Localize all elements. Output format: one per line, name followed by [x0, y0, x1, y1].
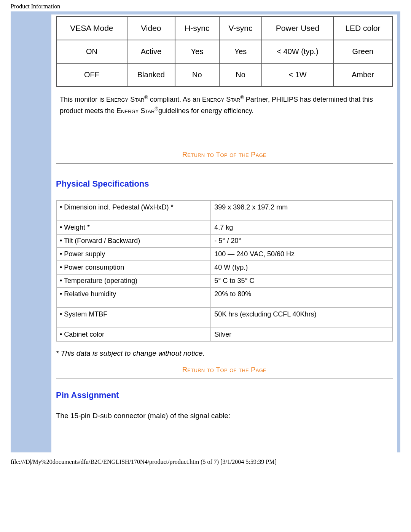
cell: No — [219, 63, 262, 86]
table-row: • Relative humidity20% to 80% — [56, 288, 392, 308]
cell: Active — [127, 40, 175, 63]
cell: Green — [333, 40, 392, 63]
spec-label: • Relative humidity — [56, 288, 211, 308]
pin-assignment-heading: Pin Assignment — [56, 390, 393, 400]
cell: < 40W (typ.) — [262, 40, 333, 63]
spec-value: 5° C to 35° C — [211, 274, 392, 288]
table-row: ON Active Yes Yes < 40W (typ.) Green — [56, 40, 392, 63]
table-row: • Tilt (Forward / Backward)- 5° / 20° — [56, 234, 392, 248]
physical-specifications-heading: Physical Specifications — [56, 179, 393, 189]
cell: Blanked — [127, 63, 175, 86]
energy-star-mark: Energy Star — [202, 96, 240, 103]
cell: Yes — [175, 40, 219, 63]
return-to-top-link[interactable]: Return to Top of the Page — [56, 151, 393, 159]
spec-label: • Dimension incl. Pedestal (WxHxD) * — [56, 201, 211, 221]
spec-footnote: * This data is subject to change without… — [56, 349, 393, 358]
text: This monitor is — [60, 96, 106, 103]
pin-assignment-text: The 15-pin D-sub connector (male) of the… — [56, 412, 393, 420]
physical-spec-table: • Dimension incl. Pedestal (WxHxD) *399 … — [56, 200, 393, 342]
spec-label: • Cabinet color — [56, 328, 211, 341]
table-row: • System MTBF50K hrs (excluding CCFL 40K… — [56, 308, 392, 328]
col-hsync: H-sync — [175, 16, 219, 40]
table-row: OFF Blanked No No < 1W Amber — [56, 63, 392, 86]
cell: OFF — [56, 63, 127, 86]
energy-star-mark: Energy Star — [106, 96, 144, 103]
text: guidelines for energy efficiency. — [158, 107, 253, 115]
spec-value: 399 x 398.2 x 197.2 mm — [211, 201, 392, 221]
spec-label: • Tilt (Forward / Backward) — [56, 234, 211, 248]
table-row: • Dimension incl. Pedestal (WxHxD) *399 … — [56, 201, 392, 221]
cell: ON — [56, 40, 127, 63]
table-row: • Weight *4.7 kg — [56, 221, 392, 234]
return-to-top-link[interactable]: Return to Top of the Page — [56, 366, 393, 374]
table-row: • Power supply100 — 240 VAC, 50/60 Hz — [56, 248, 392, 261]
page-footer: file:///D|/My%20documents/dfu/B2C/ENGLIS… — [0, 452, 411, 469]
section-divider — [56, 379, 393, 379]
col-vsync: V-sync — [219, 16, 262, 40]
content-body: VESA Mode Video H-sync V-sync Power Used… — [51, 14, 397, 452]
spec-label: • System MTBF — [56, 308, 211, 328]
table-row: • Power consumption40 W (typ.) — [56, 261, 392, 274]
col-video: Video — [127, 16, 175, 40]
energy-star-statement: This monitor is Energy Star® compliant. … — [60, 94, 389, 117]
power-mode-table: VESA Mode Video H-sync V-sync Power Used… — [56, 16, 393, 87]
spec-value: Silver — [211, 328, 392, 341]
spec-value: 4.7 kg — [211, 221, 392, 234]
text: compliant. As an — [148, 96, 202, 103]
section-divider — [56, 163, 393, 164]
registered-mark: ® — [144, 94, 148, 100]
spec-value: 20% to 80% — [211, 288, 392, 308]
power-mode-table-wrap: VESA Mode Video H-sync V-sync Power Used… — [56, 14, 393, 87]
table-row: • Temperature (operating)5° C to 35° C — [56, 274, 392, 288]
spec-value: 50K hrs (excluding CCFL 40Khrs) — [211, 308, 392, 328]
spec-label: • Power supply — [56, 248, 211, 261]
col-power: Power Used — [262, 16, 333, 40]
col-led: LED color — [333, 16, 392, 40]
energy-star-mark: Energy Star — [116, 107, 155, 115]
spec-label: • Temperature (operating) — [56, 274, 211, 288]
registered-mark: ® — [240, 94, 244, 100]
registered-mark: ® — [155, 106, 158, 112]
spec-label: • Power consumption — [56, 261, 211, 274]
spec-label: • Weight * — [56, 221, 211, 234]
spec-value: 100 — 240 VAC, 50/60 Hz — [211, 248, 392, 261]
cell: < 1W — [262, 63, 333, 86]
page-header: Product Information — [0, 0, 411, 11]
table-header-row: VESA Mode Video H-sync V-sync Power Used… — [56, 16, 392, 40]
content-frame: VESA Mode Video H-sync V-sync Power Used… — [11, 11, 400, 452]
spec-value: 40 W (typ.) — [211, 261, 392, 274]
cell: No — [175, 63, 219, 86]
cell: Yes — [219, 40, 262, 63]
table-row: • Cabinet colorSilver — [56, 328, 392, 341]
cell: Amber — [333, 63, 392, 86]
spec-value: - 5° / 20° — [211, 234, 392, 248]
col-vesa: VESA Mode — [56, 16, 127, 40]
